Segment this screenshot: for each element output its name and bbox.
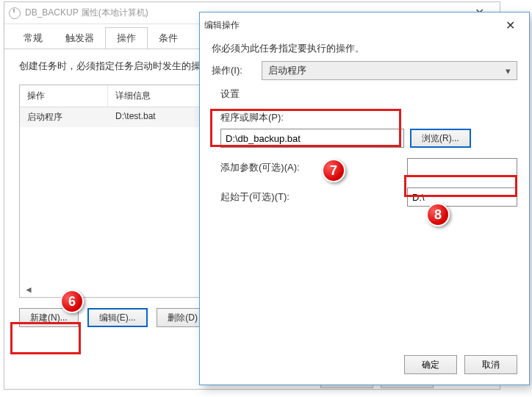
cancel-button[interactable]: 取消 [464,355,517,374]
dialog-buttons: 确定 取消 [404,345,517,374]
startin-row: 起始于(可选)(T): [220,187,517,207]
args-label: 添加参数(可选)(A): [220,161,300,174]
tab-conditions[interactable]: 条件 [147,27,190,49]
startin-input[interactable] [407,187,517,207]
args-row: 添加参数(可选)(A): [220,158,517,177]
tab-general[interactable]: 常规 [12,27,54,49]
edit-button[interactable]: 编辑(E)... [87,308,148,327]
action-select[interactable]: 启动程序 ▾ [262,61,517,80]
chevron-down-icon: ▾ [506,65,511,76]
tab-actions[interactable]: 操作 [105,27,148,49]
dialog-hint: 你必须为此任务指定要执行的操作。 [212,42,517,55]
browse-button[interactable]: 浏览(R)... [410,129,471,148]
dialog-close-icon[interactable]: ✕ [495,18,525,32]
program-input[interactable] [220,129,404,148]
th-action[interactable]: 操作 [20,85,108,107]
action-select-value: 启动程序 [268,64,306,77]
tab-triggers[interactable]: 触发器 [54,27,106,49]
startin-label: 起始于(可选)(T): [220,190,290,204]
window-title: DB_BACKUP 属性(本地计算机) [25,7,148,19]
action-select-row: 操作(I): 启动程序 ▾ [212,61,517,80]
new-button[interactable]: 新建(N)... [19,308,79,327]
settings-label: 设置 [220,87,517,101]
cell-action: 启动程序 [20,107,108,127]
program-row: 浏览(R)... [220,129,517,148]
ok-button[interactable]: 确定 [404,355,457,374]
edit-action-dialog: 编辑操作 ✕ 你必须为此任务指定要执行的操作。 操作(I): 启动程序 ▾ 设置… [199,12,530,385]
program-label: 程序或脚本(P): [220,111,517,124]
settings-fieldset: 程序或脚本(P): 浏览(R)... 添加参数(可选)(A): 起始于(可选)(… [212,111,517,207]
scheduler-icon [9,7,21,19]
scroll-left-icon[interactable]: ◄ [21,283,36,296]
dialog-titlebar: 编辑操作 ✕ [200,12,529,37]
args-input[interactable] [407,158,517,177]
action-label: 操作(I): [212,64,256,77]
dialog-body: 你必须为此任务指定要执行的操作。 操作(I): 启动程序 ▾ 设置 程序或脚本(… [200,42,529,214]
dialog-title: 编辑操作 [204,19,240,32]
